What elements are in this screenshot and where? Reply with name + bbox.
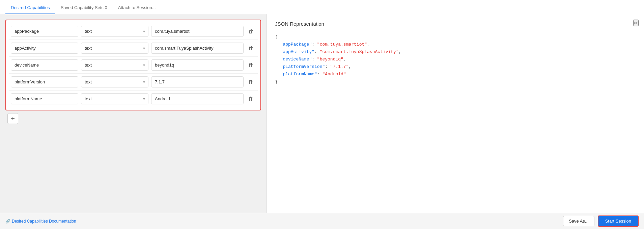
delete-platformname-button[interactable]: 🗑 [246, 94, 256, 104]
footer: 🔗 Desired Capabilities Documentation Sav… [0, 213, 644, 229]
delete-appactivity-button[interactable]: 🗑 [246, 44, 256, 53]
cap-value-platformversion[interactable] [151, 76, 244, 87]
cap-type-wrapper-apppackage: text boolean number object array [81, 26, 148, 37]
cap-type-wrapper-platformname: text boolean number object array [81, 93, 148, 104]
json-content: { "appPackage": "com.tuya.smartiot", "ap… [275, 33, 636, 86]
json-key-apppackage: "appPackage" [280, 42, 312, 47]
cap-name-devicename[interactable] [11, 59, 78, 71]
delete-icon: 🗑 [248, 79, 254, 85]
delete-devicename-button[interactable]: 🗑 [246, 60, 256, 70]
json-key-devicename: "deviceName" [280, 57, 312, 62]
left-panel: text boolean number object array 🗑 [0, 14, 267, 213]
json-value-devicename: "beyond1q" [317, 57, 343, 62]
capability-row: text boolean number object array 🗑 [9, 74, 258, 91]
cap-name-platformname[interactable] [11, 93, 78, 104]
cap-value-devicename[interactable] [151, 59, 244, 71]
cap-value-platformname[interactable] [151, 93, 244, 104]
capability-row: text boolean number object array 🗑 [9, 57, 258, 74]
tab-attach-to-session[interactable]: Attach to Session... [113, 2, 161, 14]
cap-name-platformversion[interactable] [11, 76, 78, 87]
delete-platformversion-button[interactable]: 🗑 [246, 77, 256, 87]
capability-row: text boolean number object array 🗑 [9, 40, 258, 57]
cap-type-select-platformversion[interactable]: text boolean number object array [81, 76, 148, 87]
cap-type-wrapper-appactivity: text boolean number object array [81, 43, 148, 54]
json-key-appactivity: "appActivity" [280, 49, 314, 54]
footer-right: Save As... Start Session [563, 215, 639, 227]
delete-icon: 🗑 [248, 62, 254, 68]
link-icon: 🔗 [5, 219, 10, 224]
tab-saved-capability-sets[interactable]: Saved Capability Sets 0 [55, 2, 113, 14]
cap-type-select-devicename[interactable]: text boolean number object array [81, 59, 148, 71]
json-value-appactivity: "com.smart.TuyaSplashActivity" [320, 49, 399, 54]
cap-type-select-platformname[interactable]: text boolean number object array [81, 93, 148, 104]
cap-type-select-apppackage[interactable]: text boolean number object array [81, 26, 148, 37]
right-panel: JSON Representation ✏ { "appPackage": "c… [267, 14, 644, 213]
app-container: Desired Capabilities Saved Capability Se… [0, 0, 644, 229]
json-value-apppackage: "com.tuya.smartiot" [317, 42, 367, 47]
json-representation-title: JSON Representation [275, 21, 636, 27]
edit-icon: ✏ [634, 20, 638, 26]
delete-icon: 🗑 [248, 28, 254, 34]
delete-icon: 🗑 [248, 45, 254, 51]
cap-name-appactivity[interactable] [11, 43, 78, 54]
tab-bar: Desired Capabilities Saved Capability Se… [0, 0, 644, 14]
json-open-brace: { [275, 34, 278, 40]
delete-apppackage-button[interactable]: 🗑 [246, 27, 256, 36]
tab-desired-capabilities[interactable]: Desired Capabilities [5, 2, 55, 14]
capability-row: text boolean number object array 🗑 [9, 23, 258, 40]
doc-link[interactable]: 🔗 Desired Capabilities Documentation [5, 219, 76, 224]
cap-value-apppackage[interactable] [151, 26, 244, 37]
add-icon: + [11, 115, 15, 123]
save-as-button[interactable]: Save As... [563, 216, 594, 226]
cap-type-select-appactivity[interactable]: text boolean number object array [81, 43, 148, 54]
add-row-container: + [5, 110, 261, 127]
capability-row: text boolean number object array 🗑 [9, 91, 258, 107]
delete-icon: 🗑 [248, 96, 254, 102]
main-content: text boolean number object array 🗑 [0, 14, 644, 213]
start-session-button[interactable]: Start Session [598, 215, 639, 227]
doc-link-label: Desired Capabilities Documentation [12, 219, 76, 224]
cap-type-wrapper-devicename: text boolean number object array [81, 59, 148, 71]
json-value-platformversion: "7.1.7" [330, 64, 349, 69]
edit-json-button[interactable]: ✏ [633, 20, 639, 26]
cap-type-wrapper-platformversion: text boolean number object array [81, 76, 148, 87]
cap-value-appactivity[interactable] [151, 43, 244, 54]
json-close-brace: } [275, 79, 278, 84]
capabilities-container: text boolean number object array 🗑 [5, 20, 261, 110]
cap-name-apppackage[interactable] [11, 26, 78, 37]
add-capability-button[interactable]: + [7, 113, 18, 124]
json-key-platformversion: "platformVersion" [280, 64, 325, 69]
json-key-platformname: "platformName" [280, 72, 317, 77]
json-value-platformname: "Android" [322, 72, 346, 77]
